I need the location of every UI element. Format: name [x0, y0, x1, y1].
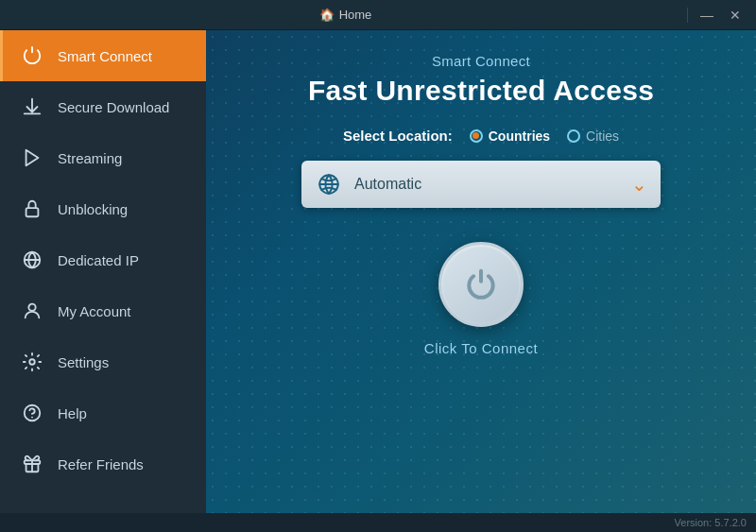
sidebar-item-dedicated-ip[interactable]: Dedicated IP [0, 234, 206, 285]
title-bar: 🏠 Home — ✕ [0, 0, 756, 30]
radio-cities[interactable]: Cities [567, 129, 619, 144]
version-text: Version: 5.7.2.0 [675, 517, 747, 528]
play-icon [20, 146, 44, 170]
sidebar-label-streaming: Streaming [58, 150, 122, 166]
sidebar-item-settings[interactable]: Settings [0, 336, 206, 387]
user-icon [20, 299, 44, 323]
title-separator [687, 8, 688, 23]
sidebar-item-streaming[interactable]: Streaming [0, 132, 206, 183]
ip-icon [20, 248, 44, 272]
help-icon [20, 401, 44, 425]
gift-icon [20, 452, 44, 476]
sidebar-item-unblocking[interactable]: Unblocking [0, 183, 206, 234]
svg-point-3 [28, 304, 35, 311]
svg-marker-0 [26, 150, 39, 166]
location-label: Select Location: [343, 128, 453, 144]
app-body: Smart Connect Secure Download Streaming … [0, 30, 756, 513]
minimize-button[interactable]: — [694, 4, 720, 26]
download-icon [20, 94, 44, 119]
section-title: Smart Connect [432, 53, 530, 69]
power-button-icon [460, 264, 502, 305]
connect-power-button[interactable] [438, 242, 524, 327]
sidebar-label-secure-download: Secure Download [58, 99, 169, 115]
sidebar-item-my-account[interactable]: My Account [0, 285, 206, 336]
window-controls: — ✕ [683, 4, 748, 26]
gear-icon [20, 350, 44, 374]
content-inner: Smart Connect Fast Unrestricted Access S… [234, 53, 728, 356]
home-icon: 🏠 [319, 8, 335, 22]
sidebar-label-smart-connect: Smart Connect [58, 48, 152, 64]
radio-countries[interactable]: Countries [470, 129, 550, 144]
power-icon [20, 43, 44, 68]
sidebar: Smart Connect Secure Download Streaming … [0, 30, 206, 513]
chevron-down-icon: ⌄ [631, 173, 647, 196]
radio-countries-label: Countries [489, 129, 550, 144]
close-button[interactable]: ✕ [722, 4, 748, 26]
sidebar-item-smart-connect[interactable]: Smart Connect [0, 30, 206, 81]
connect-label: Click To Connect [424, 340, 538, 356]
dropdown-value: Automatic [354, 176, 620, 193]
bottom-bar: Version: 5.7.2.0 [0, 513, 756, 532]
svg-rect-1 [26, 208, 39, 216]
radio-countries-circle [470, 129, 483, 143]
sidebar-item-refer-friends[interactable]: Refer Friends [0, 438, 206, 489]
sidebar-label-help: Help [58, 405, 87, 421]
main-content: Smart Connect Fast Unrestricted Access S… [206, 30, 756, 513]
sidebar-item-help[interactable]: Help [0, 387, 206, 438]
home-label: Home [339, 8, 372, 22]
sidebar-label-my-account: My Account [58, 303, 131, 319]
sidebar-label-unblocking: Unblocking [58, 201, 128, 217]
radio-cities-circle [567, 129, 580, 143]
radio-cities-label: Cities [586, 129, 619, 144]
sidebar-label-dedicated-ip: Dedicated IP [58, 252, 139, 268]
location-row: Select Location: Countries Cities [343, 128, 619, 144]
globe-icon [315, 170, 343, 198]
sidebar-label-settings: Settings [58, 354, 109, 370]
lock-icon [20, 197, 44, 221]
svg-point-4 [29, 359, 35, 365]
home-link[interactable]: 🏠 Home [319, 8, 372, 22]
location-dropdown[interactable]: Automatic ⌄ [301, 161, 661, 208]
main-heading: Fast Unrestricted Access [308, 75, 654, 107]
sidebar-label-refer-friends: Refer Friends [58, 456, 144, 472]
power-btn-wrapper: Click To Connect [424, 242, 538, 356]
sidebar-item-secure-download[interactable]: Secure Download [0, 81, 206, 132]
